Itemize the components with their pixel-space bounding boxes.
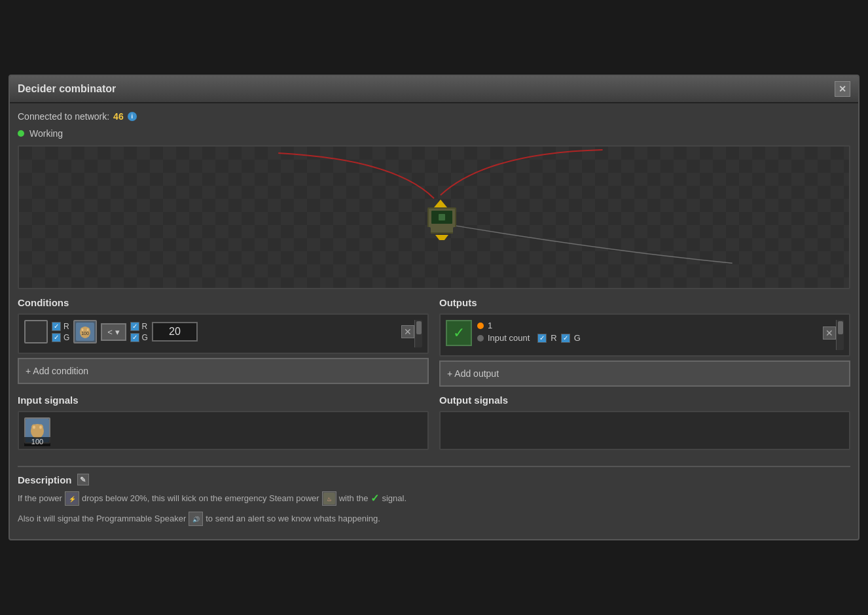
info-icon[interactable]: i	[128, 112, 137, 121]
input-signal-item: 100	[24, 417, 50, 444]
desc-text-4: signal.	[382, 492, 407, 505]
svg-marker-5	[434, 200, 447, 207]
svg-text:🔊: 🔊	[192, 516, 200, 523]
outputs-box: ✓ 1	[439, 313, 850, 357]
checkbox-g[interactable]	[52, 333, 61, 342]
desc-text-6: to send an alert so we know whats happen…	[206, 512, 380, 525]
output-signals-box	[439, 411, 850, 450]
status-dot	[18, 130, 24, 137]
input-count-label[interactable]: Input count	[488, 333, 530, 343]
desc-text-1: If the power	[18, 492, 62, 505]
content-area: Connected to network: 46 i Working	[10, 103, 858, 539]
main-window: Decider combinator ✕ Connected to networ…	[9, 75, 859, 540]
conditions-scrollbar[interactable]	[414, 320, 422, 347]
conditions-label: Conditions	[18, 297, 429, 308]
description-line-2: Also it will signal the Programmable Spe…	[18, 512, 850, 526]
condition-value-input[interactable]	[152, 322, 198, 342]
status-row: Working	[18, 128, 850, 139]
output-signal-value: 1	[488, 321, 492, 330]
orange-dot	[477, 323, 484, 329]
output-cb-label-g: G	[574, 333, 581, 343]
svg-rect-6	[425, 227, 431, 235]
condition-row: R G	[24, 320, 414, 343]
input-signal-count: 100	[24, 437, 50, 446]
right-cb-label-r: R	[142, 322, 148, 331]
right-checkboxes: R G	[130, 322, 148, 342]
output-check-icon[interactable]: ✓	[446, 320, 472, 346]
outputs-panel: Outputs ✓	[439, 297, 850, 387]
window-title: Decider combinator	[18, 83, 116, 95]
output-cb-r[interactable]	[537, 334, 547, 343]
cb-row-r: R	[52, 322, 69, 331]
operator-button[interactable]: < ▾	[101, 323, 126, 341]
svg-point-20	[33, 426, 35, 429]
svg-rect-8	[439, 214, 445, 220]
output-cb-g[interactable]	[561, 334, 570, 343]
power-icon: ⚡	[65, 491, 79, 506]
input-signals-label: Input signals	[18, 395, 429, 406]
input-signals-box: 100	[18, 411, 429, 450]
left-checkboxes: R G	[52, 322, 69, 342]
desc-text-3: with the	[339, 492, 369, 505]
scroll-thumb	[416, 321, 422, 334]
network-label: Connected to network:	[18, 111, 109, 122]
check-symbol: ✓	[453, 325, 465, 342]
output-signals-panel: Output signals	[439, 395, 850, 450]
svg-text:100: 100	[82, 331, 90, 336]
gray-dot	[477, 335, 484, 342]
svg-text:♨: ♨	[327, 496, 332, 502]
svg-rect-7	[453, 227, 458, 235]
svg-text:⚡: ⚡	[68, 495, 76, 503]
remove-output-button[interactable]: ✕	[823, 326, 836, 340]
description-header: Description ✎	[18, 474, 850, 485]
desc-text-2: drops below 20%, this will kick on the e…	[82, 492, 319, 505]
panels: Conditions R	[18, 297, 850, 387]
output-signal-row: 1	[477, 321, 818, 330]
speaker-icon: 🔊	[189, 512, 203, 526]
steam-icon: ♨	[322, 491, 336, 506]
combinator-sprite: >	[422, 194, 461, 240]
left-signal-slot[interactable]	[24, 320, 48, 343]
preview-area: >	[18, 145, 850, 289]
description-label: Description	[18, 474, 72, 485]
conditions-box: R G	[18, 313, 429, 354]
signals-panels: Input signals	[18, 395, 850, 458]
right-cb-row-g: G	[130, 333, 148, 342]
right-checkbox-g[interactable]	[130, 333, 139, 342]
output-scroll-thumb	[838, 321, 843, 334]
conditions-panel: Conditions R	[18, 297, 429, 387]
description-section: Description ✎ If the power ⚡ drops below…	[18, 466, 850, 526]
outputs-scrollbar[interactable]	[836, 320, 844, 350]
output-cb-label-r: R	[551, 333, 556, 343]
remove-condition-button[interactable]: ✕	[401, 325, 414, 338]
input-count-row: Input count R G	[477, 333, 818, 343]
title-bar: Decider combinator ✕	[10, 76, 858, 103]
right-checkbox-r[interactable]	[130, 322, 139, 331]
output-details: 1 Input count R G	[477, 321, 818, 345]
svg-marker-4	[435, 235, 448, 240]
cb-label-r: R	[63, 322, 69, 331]
description-line-1: If the power ⚡ drops below 20%, this wil…	[18, 491, 850, 506]
desc-text-5: Also it will signal the Programmable Spe…	[18, 512, 186, 525]
svg-point-21	[39, 426, 42, 429]
cb-row-g: G	[52, 333, 69, 342]
input-signals-panel: Input signals	[18, 395, 429, 450]
description-edit-button[interactable]: ✎	[77, 474, 89, 485]
right-cb-label-g: G	[142, 333, 148, 342]
outputs-label: Outputs	[439, 297, 850, 308]
close-button[interactable]: ✕	[835, 81, 850, 97]
signal-cat-icon[interactable]: 100	[73, 320, 97, 343]
output-signals-label: Output signals	[439, 395, 850, 406]
right-cb-row-r: R	[130, 322, 148, 331]
network-row: Connected to network: 46 i	[18, 111, 850, 122]
operator-label: < ▾	[107, 327, 119, 337]
status-label: Working	[29, 128, 63, 139]
checkbox-r[interactable]	[52, 322, 61, 331]
check-signal-icon: ✓	[371, 491, 379, 506]
description-text: If the power ⚡ drops below 20%, this wil…	[18, 491, 850, 526]
output-row: ✓ 1	[446, 320, 836, 346]
add-condition-button[interactable]: + Add condition	[18, 358, 429, 384]
cb-label-g: G	[63, 333, 69, 342]
add-output-button[interactable]: + Add output	[439, 360, 850, 387]
network-number[interactable]: 46	[113, 111, 124, 122]
